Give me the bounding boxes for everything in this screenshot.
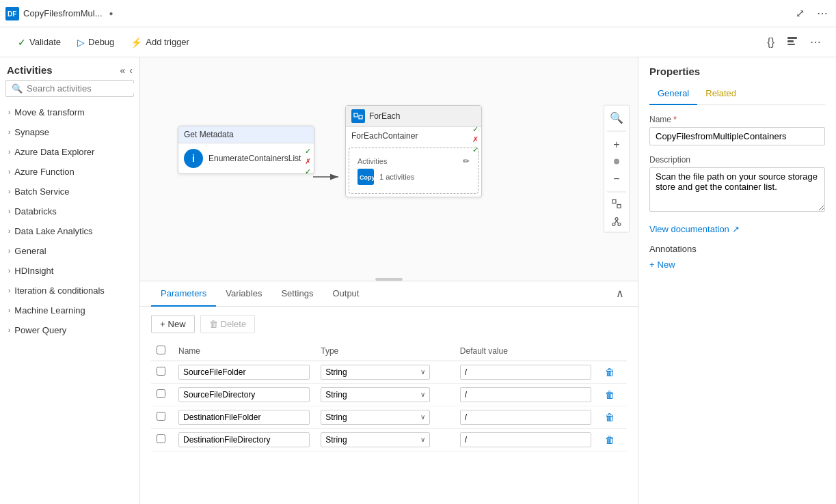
sidebar-header-icons: « ‹ (120, 65, 133, 76)
sidebar-title: Activities (7, 64, 53, 76)
validate-button[interactable]: ✓ Validate (11, 33, 68, 52)
sidebar-item-general[interactable]: › General (0, 241, 139, 261)
canvas-area[interactable]: Get Metadata i EnumerateContainersList ✓… (140, 57, 638, 281)
sidebar-item-move-transform[interactable]: › Move & transform (0, 102, 139, 122)
template-button[interactable] (783, 33, 802, 52)
tab-output[interactable]: Output (323, 281, 368, 307)
sidebar-item-hdinsight[interactable]: › HDInsight (0, 261, 139, 281)
toggle-icon[interactable]: ‹ (129, 65, 133, 76)
svg-rect-12 (617, 205, 621, 208)
select-all-checkbox[interactable] (157, 346, 165, 354)
col-header-check (151, 341, 173, 361)
param-name-input[interactable] (178, 387, 310, 402)
sidebar-item-machine-learning[interactable]: › Machine Learning (0, 300, 139, 320)
tab-variables[interactable]: Variables (216, 281, 271, 307)
param-default-input[interactable] (460, 387, 591, 402)
zoom-in-button[interactable]: + (607, 136, 626, 154)
sidebar-item-label: Batch Service (14, 186, 69, 197)
tab-close-icon[interactable]: ● (109, 10, 113, 17)
plus-icon: + (649, 260, 655, 270)
row-checkbox[interactable] (157, 367, 165, 376)
param-default-input[interactable] (460, 410, 591, 425)
foreach-node[interactable]: ForEach ForEachContainer Activities ✏ (345, 105, 482, 197)
param-type-select[interactable]: String ∨ (321, 410, 430, 425)
param-default-input[interactable] (460, 365, 591, 380)
param-name-input[interactable] (178, 365, 310, 380)
tab-parameters[interactable]: Parameters (151, 281, 216, 307)
props-name-label: Name * (649, 115, 825, 124)
toolbar: ✓ Validate ▷ Debug ⚡ Add trigger {} ⋯ (0, 27, 836, 57)
new-parameter-button[interactable]: + New (151, 315, 195, 333)
sidebar-item-azure-function[interactable]: › Azure Function (0, 162, 139, 182)
search-input[interactable] (27, 83, 140, 94)
param-name-input[interactable] (178, 432, 310, 447)
foreach-header-label: ForEach (369, 111, 400, 121)
chevron-icon: › (8, 208, 10, 215)
view-docs-link[interactable]: View documentation ↗ (649, 224, 825, 234)
sidebar-item-data-lake-analytics[interactable]: › Data Lake Analytics (0, 221, 139, 241)
sidebar-item-iteration-conditionals[interactable]: › Iteration & conditionals (0, 281, 139, 300)
param-name-input[interactable] (178, 410, 310, 425)
zoom-out-button[interactable]: − (607, 170, 626, 188)
foreach-inner: Activities ✏ Copy 1 activities (349, 148, 478, 194)
props-name-input[interactable] (649, 127, 825, 145)
param-default-input[interactable] (460, 432, 591, 447)
sidebar-item-label: Power Query (14, 325, 66, 335)
sidebar-item-azure-data-explorer[interactable]: › Azure Data Explorer (0, 142, 139, 162)
param-type-select[interactable]: String ∨ (321, 365, 430, 380)
debug-button[interactable]: ▷ Debug (70, 33, 121, 52)
sidebar-item-label: Synapse (14, 127, 49, 137)
props-header: Properties General Related (638, 57, 836, 105)
canvas-inner: Get Metadata i EnumerateContainersList ✓… (140, 57, 638, 281)
props-content: Name * Description Scan the file path on… (638, 105, 836, 504)
sidebar-item-synapse[interactable]: › Synapse (0, 122, 139, 142)
svg-point-15 (618, 223, 621, 226)
sidebar-item-power-query[interactable]: › Power Query (0, 320, 139, 340)
expand-icon[interactable]: ⤢ (793, 5, 807, 21)
sidebar-item-batch-service[interactable]: › Batch Service (0, 182, 139, 201)
search-canvas-button[interactable]: 🔍 (607, 109, 626, 127)
row-delete-button[interactable]: 🗑 (602, 365, 617, 379)
top-bar-icons: ⤢ ⋯ (793, 5, 831, 21)
chevron-down-icon: ∨ (420, 391, 425, 398)
sidebar-item-databricks[interactable]: › Databricks (0, 201, 139, 221)
foreach-node-name: ForEachContainer (351, 131, 418, 141)
table-row: String ∨ 🗑 (151, 428, 627, 451)
canvas-resize-handle[interactable] (140, 277, 638, 281)
props-description-textarea[interactable]: Scan the file path on your source storag… (649, 167, 825, 212)
row-delete-button[interactable]: 🗑 (602, 388, 617, 402)
row-checkbox[interactable] (157, 412, 165, 421)
svg-point-14 (612, 223, 615, 226)
layout-button[interactable] (607, 214, 626, 229)
properties-panel: Properties General Related Name * (638, 57, 836, 504)
canvas-toolbar: 🔍 + − (604, 105, 630, 233)
chevron-icon: › (8, 128, 10, 136)
code-button[interactable]: {} (763, 33, 779, 51)
validate-icon: ✓ (18, 37, 26, 48)
row-checkbox[interactable] (157, 389, 165, 398)
chevron-down-icon: ∨ (420, 436, 425, 443)
row-delete-button[interactable]: 🗑 (602, 410, 617, 424)
tab-related[interactable]: Related (697, 83, 744, 105)
add-annotation-button[interactable]: + New (649, 260, 675, 270)
main-area: Activities « ‹ 🔍 › Move & transform › Sy… (0, 57, 836, 504)
bottom-toolbar: + New 🗑 Delete (151, 315, 627, 333)
svg-rect-2 (787, 37, 797, 39)
collapse-icon[interactable]: « (120, 65, 126, 76)
row-checkbox[interactable] (157, 434, 165, 443)
more-options-icon[interactable]: ⋯ (814, 5, 831, 21)
foreach-edit-icon[interactable]: ✏ (463, 156, 470, 166)
get-metadata-node[interactable]: Get Metadata i EnumerateContainersList ✓… (178, 126, 314, 174)
more-options-toolbar-icon[interactable]: ⋯ (806, 33, 825, 51)
tab[interactable]: DF CopyFilesfromMul... ● (5, 7, 113, 20)
tab-settings[interactable]: Settings (271, 281, 323, 307)
add-trigger-button[interactable]: ⚡ Add trigger (124, 33, 196, 52)
fit-canvas-button[interactable] (607, 197, 626, 212)
bottom-panel-close-button[interactable]: ∧ (613, 284, 627, 303)
param-type-select[interactable]: String ∨ (321, 387, 430, 402)
delete-parameter-button[interactable]: 🗑 Delete (200, 315, 256, 333)
param-type-select[interactable]: String ∨ (321, 432, 430, 447)
row-delete-button[interactable]: 🗑 (602, 433, 617, 447)
fail-icon: ✗ (472, 135, 478, 144)
tab-general[interactable]: General (649, 83, 697, 105)
